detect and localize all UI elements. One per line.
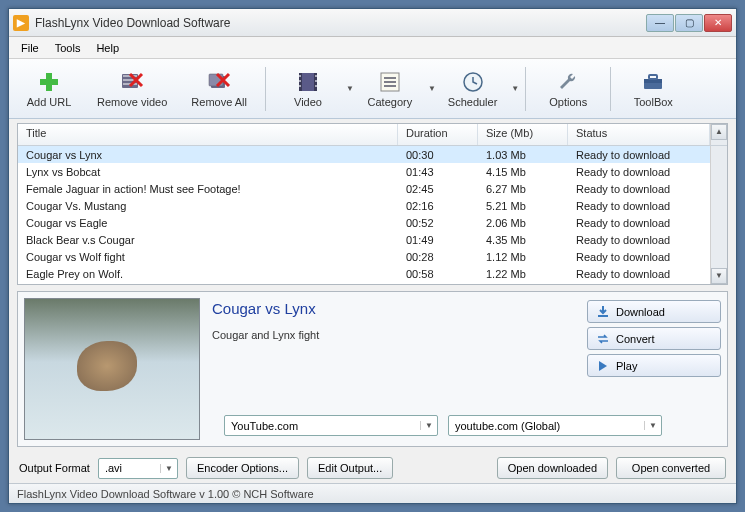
cell-title: Cougar vs Lynx bbox=[18, 148, 398, 162]
table-row[interactable]: Cougar Vs. Mustang02:165.21 MbReady to d… bbox=[18, 197, 710, 214]
svg-rect-1 bbox=[40, 79, 58, 85]
svg-rect-8 bbox=[299, 75, 301, 77]
source-site-dropdown[interactable]: YouTube.com ▼ bbox=[224, 415, 438, 436]
status-text: FlashLynx Video Download Software v 1.00… bbox=[17, 488, 314, 500]
region-value: youtube.com (Global) bbox=[455, 420, 560, 432]
download-button[interactable]: Download bbox=[587, 300, 721, 323]
chevron-down-icon: ▼ bbox=[160, 464, 173, 473]
menu-tools[interactable]: Tools bbox=[47, 39, 89, 57]
source-site-value: YouTube.com bbox=[231, 420, 298, 432]
cell-title: Eagle Prey on Wolf. bbox=[18, 267, 398, 281]
cell-duration: 00:52 bbox=[398, 216, 478, 230]
toolbar-separator bbox=[610, 67, 611, 111]
cell-duration: 00:58 bbox=[398, 267, 478, 281]
options-button[interactable]: Options bbox=[534, 62, 602, 116]
convert-button[interactable]: Convert bbox=[587, 327, 721, 350]
chevron-down-icon: ▼ bbox=[644, 421, 657, 430]
svg-rect-10 bbox=[299, 85, 301, 87]
category-dropdown[interactable]: Category bbox=[356, 62, 424, 116]
remove-video-button[interactable]: Remove video bbox=[87, 62, 177, 116]
close-button[interactable]: ✕ bbox=[704, 14, 732, 32]
open-downloaded-button[interactable]: Open downloaded bbox=[497, 457, 608, 479]
open-converted-button[interactable]: Open converted bbox=[616, 457, 726, 479]
remove-all-button[interactable]: Remove All bbox=[181, 62, 257, 116]
convert-icon bbox=[596, 332, 610, 346]
encoder-options-button[interactable]: Encoder Options... bbox=[186, 457, 299, 479]
app-window: ▶ FlashLynx Video Download Software — ▢ … bbox=[8, 8, 737, 504]
svg-rect-19 bbox=[598, 315, 608, 317]
download-icon bbox=[596, 305, 610, 319]
column-title[interactable]: Title bbox=[18, 124, 398, 145]
cell-duration: 00:28 bbox=[398, 250, 478, 264]
cell-title: Lynx vs Bobcat bbox=[18, 165, 398, 179]
cell-duration: 00:30 bbox=[398, 148, 478, 162]
column-duration[interactable]: Duration bbox=[398, 124, 478, 145]
cell-title: Cougar vs Eagle bbox=[18, 216, 398, 230]
vertical-scrollbar[interactable]: ▼ bbox=[710, 146, 727, 284]
plus-icon bbox=[37, 70, 61, 94]
titlebar: ▶ FlashLynx Video Download Software — ▢ … bbox=[9, 9, 736, 37]
minimize-button[interactable]: — bbox=[646, 14, 674, 32]
scrollbar-header: ▲ bbox=[710, 124, 727, 145]
play-label: Play bbox=[616, 360, 637, 372]
cell-status: Ready to download bbox=[568, 165, 710, 179]
column-size[interactable]: Size (Mb) bbox=[478, 124, 568, 145]
cell-status: Ready to download bbox=[568, 148, 710, 162]
region-dropdown[interactable]: youtube.com (Global) ▼ bbox=[448, 415, 662, 436]
toolbox-button[interactable]: ToolBox bbox=[619, 62, 687, 116]
cell-status: Ready to download bbox=[568, 216, 710, 230]
chevron-down-icon[interactable]: ▼ bbox=[428, 84, 436, 93]
menubar: File Tools Help bbox=[9, 37, 736, 59]
video-dropdown[interactable]: Video bbox=[274, 62, 342, 116]
table-row[interactable]: Eagle Prey on Wolf.00:581.22 MbReady to … bbox=[18, 265, 710, 282]
cell-duration: 02:45 bbox=[398, 182, 478, 196]
cell-duration: 02:16 bbox=[398, 199, 478, 213]
table-row[interactable]: Cougar vs Wolf fight00:281.12 MbReady to… bbox=[18, 248, 710, 265]
convert-label: Convert bbox=[616, 333, 655, 345]
cell-size: 4.35 Mb bbox=[478, 233, 568, 247]
cell-status: Ready to download bbox=[568, 267, 710, 281]
table-row[interactable]: Lynx vs Bobcat01:434.15 MbReady to downl… bbox=[18, 163, 710, 180]
edit-output-button[interactable]: Edit Output... bbox=[307, 457, 393, 479]
menu-help[interactable]: Help bbox=[88, 39, 127, 57]
cell-title: Black Bear v.s Cougar bbox=[18, 233, 398, 247]
svg-rect-18 bbox=[649, 75, 657, 79]
chevron-down-icon[interactable]: ▼ bbox=[511, 84, 519, 93]
cell-duration: 01:43 bbox=[398, 165, 478, 179]
table-row[interactable]: Female Jaguar in action! Must see Footag… bbox=[18, 180, 710, 197]
scheduler-dropdown[interactable]: Scheduler bbox=[438, 62, 508, 116]
cell-size: 6.27 Mb bbox=[478, 182, 568, 196]
maximize-button[interactable]: ▢ bbox=[675, 14, 703, 32]
play-button[interactable]: Play bbox=[587, 354, 721, 377]
cell-size: 1.03 Mb bbox=[478, 148, 568, 162]
svg-rect-12 bbox=[315, 80, 317, 82]
svg-rect-9 bbox=[299, 80, 301, 82]
remove-video-icon bbox=[120, 70, 144, 94]
output-format-dropdown[interactable]: .avi ▼ bbox=[98, 458, 178, 479]
scroll-up-button[interactable]: ▲ bbox=[711, 124, 727, 140]
remove-all-icon bbox=[207, 70, 231, 94]
video-thumbnail bbox=[24, 298, 200, 440]
table-row[interactable]: Cougar vs Eagle00:522.06 MbReady to down… bbox=[18, 214, 710, 231]
scroll-down-button[interactable]: ▼ bbox=[711, 268, 727, 284]
menu-file[interactable]: File bbox=[13, 39, 47, 57]
cell-size: 2.06 Mb bbox=[478, 216, 568, 230]
app-icon: ▶ bbox=[13, 15, 29, 31]
chevron-down-icon: ▼ bbox=[420, 421, 433, 430]
download-label: Download bbox=[616, 306, 665, 318]
cell-size: 1.12 Mb bbox=[478, 250, 568, 264]
detail-description: Cougar and Lynx fight bbox=[212, 329, 575, 341]
list-header: Title Duration Size (Mb) Status ▲ bbox=[18, 124, 727, 146]
bottom-bar: Output Format .avi ▼ Encoder Options... … bbox=[9, 453, 736, 483]
window-title: FlashLynx Video Download Software bbox=[35, 16, 646, 30]
table-row[interactable]: Cougar vs Lynx00:301.03 MbReady to downl… bbox=[18, 146, 710, 163]
cell-status: Ready to download bbox=[568, 250, 710, 264]
column-status[interactable]: Status bbox=[568, 124, 710, 145]
add-url-button[interactable]: Add URL bbox=[15, 62, 83, 116]
detail-title: Cougar vs Lynx bbox=[212, 300, 575, 317]
chevron-down-icon[interactable]: ▼ bbox=[346, 84, 354, 93]
cell-title: Cougar Vs. Mustang bbox=[18, 199, 398, 213]
cell-size: 5.21 Mb bbox=[478, 199, 568, 213]
details-panel: Cougar vs Lynx Cougar and Lynx fight Dow… bbox=[17, 291, 728, 447]
table-row[interactable]: Black Bear v.s Cougar01:494.35 MbReady t… bbox=[18, 231, 710, 248]
